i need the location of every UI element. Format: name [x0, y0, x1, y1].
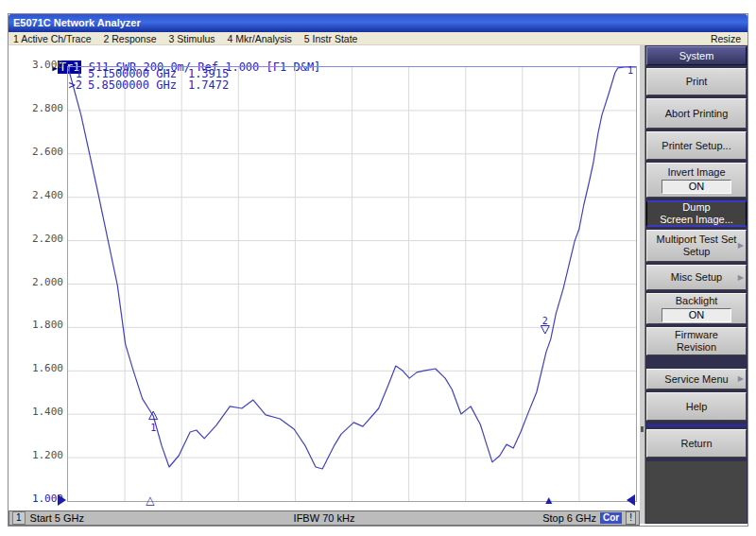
stop-frequency-label: Stop 6 GHz — [542, 512, 596, 524]
window-title: E5071C Network Analyzer — [13, 17, 141, 28]
y-axis-labels: 3.0002.8002.6002.4002.2002.0001.8001.600… — [14, 45, 63, 526]
marker-number: >2 — [62, 80, 82, 92]
softkey-label-line2: Setup — [683, 246, 711, 258]
sidebar-scrollbar[interactable] — [640, 45, 645, 524]
softkey-label-line2: Revision — [677, 341, 716, 354]
softkey-label: Invert Image — [667, 166, 725, 179]
softkey-menu-title: System — [646, 46, 747, 65]
softkey-label: Return — [680, 438, 712, 450]
softkey-label: Dump — [682, 201, 710, 214]
softkey-return[interactable]: Return — [646, 429, 747, 458]
softkey-misc-setup[interactable]: Misc Setup▶ — [646, 265, 747, 290]
marker2-stimulus-icon[interactable]: ▲ — [543, 494, 555, 506]
softkey-label: Multiport Test Set — [657, 233, 737, 246]
softkey-label: Help — [686, 401, 708, 413]
softkey-label: Firmware — [675, 329, 718, 341]
title-bar[interactable]: E5071C Network Analyzer — [9, 14, 747, 32]
y-axis-tick-label: 2.400 — [14, 189, 63, 202]
menu-item-resize[interactable]: Resize — [711, 32, 741, 44]
sidebar-filler — [646, 461, 747, 523]
graticule: 121 — [67, 66, 637, 502]
sidebar-divider — [646, 424, 747, 426]
y-axis-tick-label: 1.000 — [14, 493, 63, 506]
menu-item-1[interactable]: 1 Active Ch/Trace — [13, 32, 91, 44]
marker-on-trace-label: 1 — [150, 423, 156, 433]
warning-badge: ! — [626, 511, 636, 525]
softkey-state-value: ON — [662, 308, 731, 322]
marker-on-trace-label: 1 — [627, 65, 633, 76]
ref-level-right-icon — [627, 494, 635, 506]
status-bar: 1 Start 5 GHz IFBW 70 kHz Stop 6 GHz Cor… — [9, 510, 640, 526]
softkey-sidebar: System PrintAbort PrintingPrinter Setup.… — [640, 45, 747, 524]
submenu-arrow-icon: ▶ — [738, 274, 744, 282]
softkey-dump[interactable]: DumpScreen Image... — [646, 200, 747, 227]
softkey-state-value: ON — [662, 180, 731, 194]
correction-badge: Cor — [600, 512, 622, 524]
softkey-abort-printing[interactable]: Abort Printing — [646, 98, 747, 129]
menu-bar: 1 Active Ch/Trace2 Response3 Stimulus4 M… — [9, 32, 747, 45]
ref-level-left-icon — [58, 494, 66, 506]
softkey-invert-image[interactable]: Invert ImageON — [646, 163, 747, 198]
marker1-stimulus-icon[interactable]: △ — [146, 494, 154, 506]
y-axis-tick-label: 1.800 — [14, 319, 63, 332]
softkey-backlight[interactable]: BacklightON — [646, 293, 747, 324]
marker-readout: 15.1500000 GHz1.3915>25.8500000 GHz1.747… — [62, 69, 229, 91]
swr-chart: 121 — [68, 67, 636, 501]
y-axis-tick-label: 3.000 — [14, 59, 63, 72]
softkey-label-line2: Screen Image... — [660, 214, 733, 226]
softkey-service-menu[interactable]: Service Menu▶ — [646, 369, 747, 389]
y-axis-tick-label: 1.400 — [14, 406, 63, 419]
menu-item-2[interactable]: 2 Response — [103, 32, 156, 44]
menu-item-3[interactable]: 3 Stimulus — [169, 32, 215, 44]
softkey-label: Abort Printing — [665, 108, 729, 120]
submenu-arrow-icon: ▶ — [738, 375, 744, 383]
y-axis-tick-label: 2.000 — [14, 276, 63, 289]
start-frequency-label: Start 5 GHz — [30, 512, 84, 524]
marker-readout-row: >25.8500000 GHz1.7472 — [62, 80, 229, 92]
y-axis-tick-label: 2.800 — [14, 102, 63, 115]
marker-on-trace-label: 2 — [542, 316, 548, 326]
marker-frequency: 5.8500000 GHz — [88, 80, 177, 92]
softkey-multiport-test-set[interactable]: Multiport Test SetSetup▶ — [646, 230, 747, 262]
softkey-label: Service Menu — [664, 373, 728, 386]
softkey-print[interactable]: Print — [646, 68, 747, 95]
softkey-firmware[interactable]: FirmwareRevision — [646, 327, 747, 355]
softkey-label: Backlight — [676, 295, 718, 307]
softkey-help[interactable]: Help — [646, 392, 747, 421]
menu-item-5[interactable]: 5 Instr State — [304, 32, 358, 44]
channel-number-badge: 1 — [12, 511, 26, 525]
softkey-printer-setup[interactable]: Printer Setup... — [646, 131, 747, 160]
softkey-label: Misc Setup — [671, 271, 722, 284]
softkey-label: Printer Setup... — [662, 140, 730, 152]
y-axis-tick-label: 1.200 — [14, 449, 63, 462]
analyzer-window: E5071C Network Analyzer 1 Active Ch/Trac… — [8, 13, 748, 527]
marker-value: 1.7472 — [188, 80, 229, 92]
marker-on-trace-icon — [541, 326, 549, 335]
y-axis-tick-label: 2.200 — [14, 233, 63, 246]
y-axis-tick-label: 1.600 — [14, 362, 63, 375]
submenu-arrow-icon: ▶ — [738, 242, 744, 250]
y-axis-tick-label: 2.600 — [14, 146, 63, 159]
instrument-screen: ▶Tr1 S11 SWR 200.0m/ Ref 1.000 [F1 D&M] … — [9, 45, 747, 526]
softkey-label: Print — [686, 76, 708, 88]
menu-item-4[interactable]: 4 Mkr/Analysis — [228, 32, 292, 44]
